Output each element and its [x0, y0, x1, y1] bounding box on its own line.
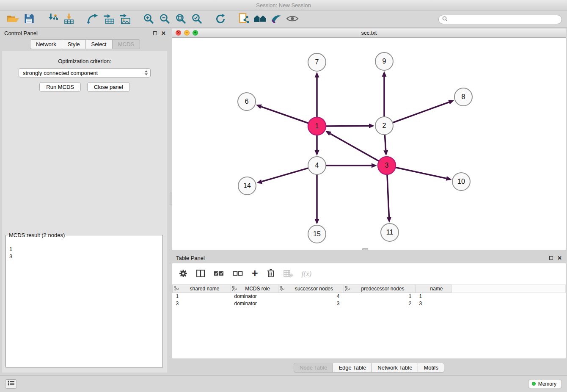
- column-header-name[interactable]: name: [416, 285, 451, 293]
- run-mcds-button[interactable]: Run MCDS: [39, 82, 81, 92]
- edge-arrowhead-icon: [315, 219, 319, 224]
- graph-node-label: 7: [315, 58, 319, 66]
- graph-node-label: 9: [383, 58, 386, 65]
- table-panel: Table Panel ✕ + f(x): [172, 253, 566, 375]
- overview-button[interactable]: [252, 13, 268, 26]
- refresh-icon: [215, 14, 226, 25]
- add-column-button[interactable]: +: [252, 269, 258, 279]
- table-settings-button[interactable]: [179, 269, 187, 279]
- graph-edge[interactable]: [261, 107, 309, 124]
- deselect-all-button[interactable]: [233, 271, 243, 277]
- minimize-window-icon[interactable]: −: [184, 30, 190, 36]
- column-type-icon: [280, 286, 284, 293]
- network-window-title: scc.txt: [361, 30, 377, 36]
- search-field[interactable]: [438, 15, 562, 24]
- graph-edge[interactable]: [325, 126, 369, 126]
- graph-edge[interactable]: [387, 174, 389, 217]
- first-neighbors-button[interactable]: [236, 13, 252, 26]
- checked-boxes-icon: [214, 271, 224, 277]
- graph-node-label: 10: [457, 178, 465, 185]
- graph-edge[interactable]: [395, 167, 446, 178]
- table-panel-header: Table Panel ✕: [172, 253, 566, 263]
- column-header-filler: [451, 285, 566, 293]
- close-table-panel-icon[interactable]: ✕: [557, 255, 562, 261]
- column-header-predecessor-nodes[interactable]: predecessor nodes: [344, 285, 416, 293]
- close-panel-icon[interactable]: ✕: [161, 30, 166, 36]
- tab-select[interactable]: Select: [85, 39, 113, 49]
- optimization-criterion-label: Optimization criterion:: [2, 58, 167, 64]
- column-type-icon: [345, 286, 350, 293]
- refresh-layout-button[interactable]: [212, 13, 228, 26]
- edge-arrowhead-icon: [382, 71, 387, 77]
- style-button[interactable]: [268, 13, 284, 26]
- import-table-icon: [63, 13, 74, 25]
- tab-network[interactable]: Network: [30, 39, 62, 49]
- select-stepper-icon: [144, 70, 148, 76]
- mcds-result-list[interactable]: 13: [6, 244, 162, 367]
- close-panel-button[interactable]: Close panel: [87, 82, 130, 92]
- window-resize-handle[interactable]: [362, 248, 368, 250]
- import-table-button[interactable]: [61, 13, 77, 26]
- column-header-successor-nodes[interactable]: successor nodes: [278, 285, 344, 293]
- table-toolbar: + f(x): [172, 263, 566, 284]
- export-table-button[interactable]: [101, 13, 117, 26]
- show-hide-button[interactable]: [284, 13, 300, 26]
- window-title: Session: New Session: [256, 2, 311, 8]
- mcds-result-item[interactable]: 3: [9, 253, 159, 260]
- tab-mcds[interactable]: MCDS: [112, 39, 140, 49]
- table-row[interactable]: 3dominator323: [173, 300, 566, 307]
- zoom-out-button[interactable]: [157, 13, 173, 26]
- mcds-result-title: MCDS result (2 nodes): [8, 232, 66, 238]
- table-delete-icon: [284, 270, 293, 278]
- zoom-selected-icon: [191, 13, 202, 25]
- tab-edge-table[interactable]: Edge Table: [333, 363, 372, 373]
- main-toolbar: [0, 11, 567, 28]
- eye-icon: [286, 15, 299, 24]
- search-input[interactable]: [450, 17, 558, 22]
- graph-node-label: 2: [383, 122, 386, 129]
- delete-table-button: [284, 270, 293, 278]
- delete-column-button[interactable]: [267, 269, 275, 279]
- mcds-result-item[interactable]: 1: [9, 246, 159, 253]
- graph-edge[interactable]: [262, 168, 309, 182]
- graph-node-label: 6: [245, 98, 249, 105]
- show-columns-button[interactable]: [196, 270, 205, 279]
- import-network-icon: [47, 13, 59, 25]
- edge-arrowhead-icon: [448, 100, 454, 104]
- load-network-url-button[interactable]: [85, 13, 101, 26]
- network-graph: 1234678910111415: [172, 38, 566, 250]
- table-tab-strip: Node Table Edge Table Network Table Moti…: [172, 363, 566, 373]
- control-panel: Control Panel ✕ Network Style Select MCD…: [0, 28, 170, 375]
- import-network-button[interactable]: [45, 13, 61, 26]
- tab-network-table[interactable]: Network Table: [372, 363, 418, 373]
- maximize-window-icon[interactable]: +: [193, 30, 198, 36]
- trash-icon: [267, 269, 275, 279]
- graph-edge[interactable]: [330, 134, 380, 162]
- table-row[interactable]: 1dominator411: [173, 293, 566, 300]
- column-header-mcds-role[interactable]: MCDS role: [231, 285, 278, 293]
- graph-edge[interactable]: [392, 102, 449, 123]
- save-session-button[interactable]: [21, 13, 37, 26]
- main-area: Control Panel ✕ Network Style Select MCD…: [0, 28, 567, 375]
- tab-motifs[interactable]: Motifs: [418, 363, 444, 373]
- column-header-shared-name[interactable]: shared name: [173, 285, 231, 293]
- export-image-button[interactable]: [117, 13, 133, 26]
- float-table-panel-icon[interactable]: [549, 255, 553, 261]
- memory-button[interactable]: Memory: [528, 380, 562, 388]
- float-panel-icon[interactable]: [153, 30, 157, 36]
- close-window-icon[interactable]: ✕: [176, 30, 181, 36]
- tab-style[interactable]: Style: [62, 39, 86, 49]
- network-canvas[interactable]: 1234678910111415: [172, 38, 566, 250]
- memory-status-icon: [532, 382, 536, 386]
- zoom-fit-button[interactable]: [173, 13, 189, 26]
- criterion-select[interactable]: strongly connected component: [19, 68, 151, 77]
- show-panel-list-button[interactable]: [5, 379, 17, 389]
- graph-edge[interactable]: [385, 134, 385, 150]
- tab-node-table[interactable]: Node Table: [294, 363, 333, 373]
- select-all-button[interactable]: [214, 271, 224, 277]
- zoom-in-button[interactable]: [140, 13, 157, 26]
- open-session-button[interactable]: [5, 13, 21, 26]
- zoom-selected-button[interactable]: [189, 13, 205, 26]
- unchecked-boxes-icon: [233, 271, 243, 277]
- edge-arrowhead-icon: [387, 217, 391, 223]
